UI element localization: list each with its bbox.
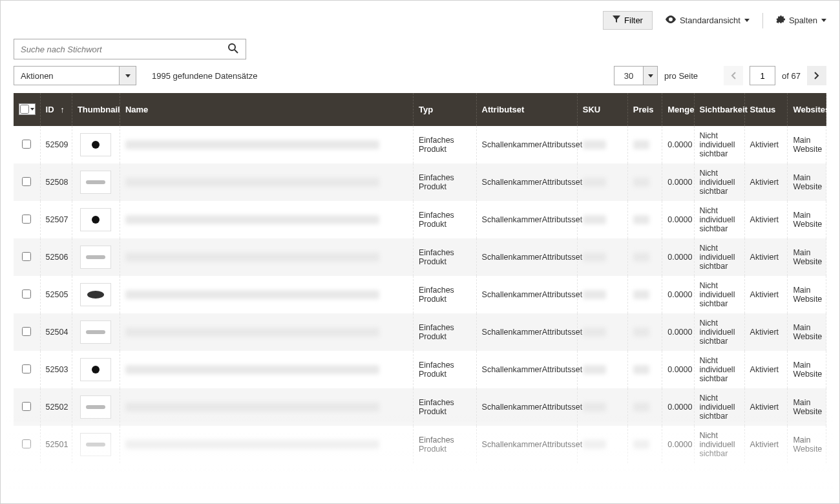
header-attributeset[interactable]: Attributset xyxy=(476,93,577,126)
filter-button[interactable]: Filter xyxy=(603,11,653,30)
thumbnail-image xyxy=(80,433,111,456)
cell-name xyxy=(120,276,413,313)
page-input[interactable] xyxy=(750,66,775,85)
cell-qty: 0.0000 xyxy=(662,351,694,388)
table-row[interactable]: 52501 Einfaches Produkt SchallenkammerAt… xyxy=(14,426,826,463)
cell-id: 52502 xyxy=(40,388,72,426)
cell-websites: Main Website xyxy=(788,426,826,463)
cell-name xyxy=(120,238,413,276)
table-row[interactable]: 52504 Einfaches Produkt SchallenkammerAt… xyxy=(14,313,826,351)
actions-label: Aktionen xyxy=(14,71,119,81)
search-icon[interactable] xyxy=(227,43,239,56)
header-qty[interactable]: Menge xyxy=(662,93,694,126)
table-row[interactable]: 52508 Einfaches Produkt SchallenkammerAt… xyxy=(14,163,826,201)
header-id[interactable]: ID ↑ xyxy=(40,93,72,126)
row-checkbox[interactable] xyxy=(22,215,31,224)
eye-icon xyxy=(666,16,676,25)
table-row[interactable]: 52507 Einfaches Produkt SchallenkammerAt… xyxy=(14,201,826,238)
cell-qty: 0.0000 xyxy=(662,163,694,201)
cell-id: 52505 xyxy=(40,276,72,313)
row-checkbox[interactable] xyxy=(22,252,31,261)
row-select-cell xyxy=(14,426,40,463)
row-checkbox[interactable] xyxy=(22,177,31,186)
cell-status: Aktiviert xyxy=(744,238,788,276)
cell-name xyxy=(120,388,413,426)
row-checkbox[interactable] xyxy=(22,140,31,149)
row-select-cell xyxy=(14,163,40,201)
row-checkbox[interactable] xyxy=(22,402,31,411)
select-all-checkbox[interactable] xyxy=(20,105,29,114)
default-view-dropdown[interactable]: Standardansicht xyxy=(666,16,750,25)
cell-attributeset: SchallenkammerAttributsset xyxy=(476,351,577,388)
cell-name xyxy=(120,351,413,388)
caret-down-icon xyxy=(30,108,34,110)
cell-thumbnail xyxy=(72,351,120,388)
cell-attributeset: SchallenkammerAttributsset xyxy=(476,426,577,463)
chevron-left-icon xyxy=(731,72,736,79)
search-input[interactable] xyxy=(21,45,227,54)
header-select-all[interactable] xyxy=(14,93,40,126)
cell-sku xyxy=(577,163,627,201)
page-size-select[interactable]: 30 xyxy=(614,66,658,85)
cell-status: Aktiviert xyxy=(744,313,788,351)
cell-name xyxy=(120,313,413,351)
row-checkbox[interactable] xyxy=(22,289,31,299)
header-name[interactable]: Name xyxy=(120,93,413,126)
cell-attributeset: SchallenkammerAttributsset xyxy=(476,313,577,351)
caret-down-icon xyxy=(744,19,750,22)
cell-id: 52509 xyxy=(40,126,72,163)
funnel-icon xyxy=(613,16,620,25)
grid-header-row: ID ↑ Thumbnail Name Typ Attributset SKU … xyxy=(14,93,826,126)
next-page-button[interactable] xyxy=(807,66,826,85)
cell-status: Aktiviert xyxy=(744,276,788,313)
table-row[interactable]: 52502 Einfaches Produkt SchallenkammerAt… xyxy=(14,388,826,426)
cell-websites: Main Website xyxy=(788,313,826,351)
table-row[interactable]: 52509 Einfaches Produkt SchallenkammerAt… xyxy=(14,126,826,163)
row-select-cell xyxy=(14,276,40,313)
columns-dropdown[interactable]: Spalten xyxy=(776,15,826,26)
cell-name xyxy=(120,163,413,201)
cell-name xyxy=(120,126,413,163)
actions-dropdown[interactable]: Aktionen xyxy=(14,66,136,85)
row-select-cell xyxy=(14,351,40,388)
table-row[interactable]: 52503 Einfaches Produkt SchallenkammerAt… xyxy=(14,351,826,388)
row-checkbox[interactable] xyxy=(22,327,31,336)
cell-attributeset: SchallenkammerAttributsset xyxy=(476,201,577,238)
cell-sku xyxy=(577,201,627,238)
table-row[interactable]: 52506 Einfaches Produkt SchallenkammerAt… xyxy=(14,238,826,276)
search-box xyxy=(14,39,246,59)
svg-line-1 xyxy=(235,50,238,53)
cell-sku xyxy=(577,388,627,426)
cell-websites: Main Website xyxy=(788,201,826,238)
header-sku[interactable]: SKU xyxy=(577,93,627,126)
cell-type: Einfaches Produkt xyxy=(413,276,476,313)
header-status[interactable]: Status xyxy=(744,93,788,126)
cell-price xyxy=(627,426,662,463)
row-select-cell xyxy=(14,126,40,163)
table-row[interactable]: 52505 Einfaches Produkt SchallenkammerAt… xyxy=(14,276,826,313)
header-type[interactable]: Typ xyxy=(413,93,476,126)
cell-sku xyxy=(577,351,627,388)
cell-price xyxy=(627,313,662,351)
row-checkbox[interactable] xyxy=(22,364,31,373)
right-controls: 30 pro Seite of 67 xyxy=(614,66,826,85)
svg-point-0 xyxy=(229,44,235,50)
cell-thumbnail xyxy=(72,426,120,463)
cell-price xyxy=(627,388,662,426)
cell-qty: 0.0000 xyxy=(662,276,694,313)
header-price[interactable]: Preis xyxy=(627,93,662,126)
prev-page-button[interactable] xyxy=(724,66,743,85)
row-checkbox[interactable] xyxy=(22,439,31,448)
header-thumbnail[interactable]: Thumbnail xyxy=(72,93,120,126)
controls-row: Aktionen 1995 gefundene Datensätze 30 pr… xyxy=(7,66,833,85)
cell-sku xyxy=(577,238,627,276)
cell-qty: 0.0000 xyxy=(662,388,694,426)
row-select-cell xyxy=(14,201,40,238)
cell-id: 52504 xyxy=(40,313,72,351)
cell-type: Einfaches Produkt xyxy=(413,388,476,426)
cell-status: Aktiviert xyxy=(744,163,788,201)
header-visibility[interactable]: Sichtbarkeit xyxy=(694,93,744,126)
thumbnail-image xyxy=(80,283,111,306)
columns-label: Spalten xyxy=(789,16,817,25)
header-websites[interactable]: Websites xyxy=(788,93,826,126)
